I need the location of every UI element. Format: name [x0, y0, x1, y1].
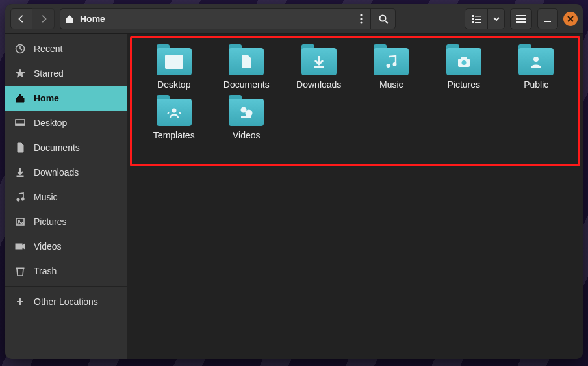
svg-point-20: [21, 198, 24, 200]
sidebar-item-label: Other Locations: [34, 296, 98, 307]
trash-icon: [15, 266, 25, 276]
svg-point-32: [172, 109, 176, 113]
sidebar-item-music[interactable]: Music: [5, 185, 127, 209]
svg-point-0: [360, 14, 362, 16]
sidebar-item-other-locations[interactable]: Other Locations: [5, 289, 127, 314]
folder-desktop[interactable]: Desktop: [144, 43, 204, 90]
window-body: Recent Starred Home Desktop Documents Do…: [5, 34, 583, 359]
home-icon: [64, 14, 75, 24]
sidebar-separator: [5, 286, 127, 287]
video-icon: [238, 105, 254, 120]
titlebar-right: [465, 8, 578, 29]
svg-point-19: [17, 198, 19, 201]
view-switcher: [465, 8, 505, 29]
view-dropdown-button[interactable]: [488, 8, 505, 29]
folder-icon: [446, 44, 481, 75]
sidebar-item-label: Downloads: [34, 167, 79, 177]
folder-music[interactable]: Music: [362, 43, 422, 90]
folder-label: Music: [379, 79, 403, 90]
svg-point-27: [393, 62, 397, 66]
sidebar-item-downloads[interactable]: Downloads: [5, 160, 127, 185]
folder-templates[interactable]: Templates: [144, 94, 204, 140]
star-icon: [15, 68, 25, 79]
back-button[interactable]: [10, 8, 32, 29]
hamburger-icon: [516, 15, 526, 23]
svg-rect-10: [475, 22, 481, 23]
camera-icon: [456, 54, 472, 70]
svg-rect-24: [16, 268, 24, 269]
svg-point-2: [360, 21, 362, 23]
sidebar-item-desktop[interactable]: Desktop: [5, 111, 127, 135]
svg-rect-17: [16, 124, 25, 125]
svg-point-1: [360, 18, 362, 20]
folder-icon: [157, 95, 192, 126]
file-manager-window: Home: [5, 4, 583, 359]
picture-icon: [15, 216, 25, 227]
sidebar-item-documents[interactable]: Documents: [5, 135, 127, 160]
folder-label: Desktop: [157, 79, 190, 90]
svg-rect-18: [17, 176, 23, 177]
sidebar-item-trash[interactable]: Trash: [5, 259, 127, 283]
sidebar-item-recent[interactable]: Recent: [5, 36, 127, 61]
sidebar-item-label: Starred: [34, 68, 64, 79]
chevron-down-icon: [493, 16, 500, 22]
sidebar-item-starred[interactable]: Starred: [5, 61, 127, 86]
download-icon: [15, 167, 25, 177]
search-button[interactable]: [371, 8, 396, 29]
sidebar-item-label: Pictures: [34, 216, 67, 227]
chevron-right-icon: [39, 14, 48, 23]
svg-rect-6: [475, 16, 481, 17]
kebab-icon: [360, 14, 363, 24]
content-area[interactable]: Desktop Documents Downloads: [127, 34, 583, 359]
svg-rect-25: [314, 66, 324, 68]
sidebar-item-label: Videos: [34, 241, 62, 252]
svg-rect-7: [472, 18, 474, 20]
sidebar-item-label: Documents: [34, 142, 80, 153]
music-icon: [383, 54, 399, 70]
folder-label: Pictures: [447, 79, 480, 90]
svg-rect-23: [16, 244, 22, 249]
sidebar-item-pictures[interactable]: Pictures: [5, 209, 127, 234]
svg-rect-14: [544, 21, 551, 22]
path-segment-home[interactable]: Home: [60, 8, 352, 29]
hamburger-button[interactable]: [510, 8, 532, 29]
forward-button[interactable]: [32, 8, 55, 29]
list-view-button[interactable]: [465, 8, 488, 29]
svg-point-34: [246, 110, 253, 117]
svg-rect-12: [516, 18, 526, 20]
svg-point-31: [533, 57, 539, 62]
folder-icon: [229, 44, 264, 75]
search-icon: [378, 14, 389, 24]
close-icon: [567, 16, 574, 22]
folder-pictures[interactable]: Pictures: [434, 43, 494, 90]
home-icon: [15, 93, 25, 103]
svg-point-3: [379, 15, 385, 21]
folder-icon: [229, 95, 264, 126]
folder-documents[interactable]: Documents: [217, 43, 277, 90]
svg-point-26: [387, 64, 390, 68]
clock-icon: [15, 44, 25, 54]
sidebar-item-home[interactable]: Home: [5, 86, 127, 111]
folder-icon: [157, 44, 192, 75]
path-bar: Home: [60, 8, 396, 29]
minimize-button[interactable]: [537, 8, 558, 29]
folder-label: Documents: [224, 79, 270, 90]
path-menu-button[interactable]: [352, 8, 371, 29]
document-icon: [238, 54, 254, 70]
folder-public[interactable]: Public: [507, 43, 567, 90]
svg-rect-13: [516, 21, 526, 23]
folder-label: Templates: [153, 130, 195, 140]
nav-group: [10, 8, 55, 29]
download-icon: [311, 54, 327, 70]
list-icon: [471, 14, 481, 23]
sidebar-item-videos[interactable]: Videos: [5, 234, 127, 259]
folder-videos[interactable]: Videos: [217, 94, 277, 140]
svg-rect-5: [472, 15, 474, 17]
folder-icon: [518, 44, 554, 75]
plus-icon: [15, 296, 25, 307]
document-icon: [15, 142, 25, 153]
titlebar: Home: [5, 4, 583, 34]
path-label: Home: [80, 14, 105, 24]
close-button[interactable]: [563, 12, 578, 26]
folder-downloads[interactable]: Downloads: [289, 43, 349, 90]
